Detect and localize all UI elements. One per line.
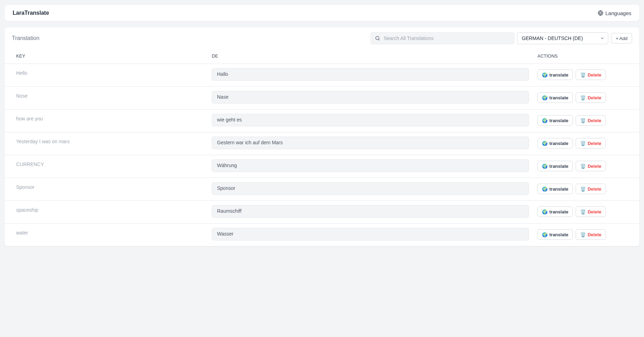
- cell-key: Nose: [5, 91, 212, 99]
- trash-emoji-icon: 🗑️: [580, 164, 586, 168]
- table-row: CURRENCYWährung🌍translate🗑️Delete: [5, 155, 639, 178]
- translate-button[interactable]: 🌍translate: [537, 138, 573, 148]
- cell-actions: 🌍translate🗑️Delete: [537, 159, 639, 171]
- cell-key: Hello: [5, 68, 212, 76]
- cell-actions: 🌍translate🗑️Delete: [537, 182, 639, 194]
- header-controls: GERMAN - DEUTSCH (DE) + Add: [371, 32, 632, 44]
- brand-title: LaraTranslate: [13, 10, 49, 16]
- cell-de: Hallo: [212, 68, 537, 81]
- translation-input[interactable]: wie geht es: [212, 114, 529, 126]
- language-select[interactable]: GERMAN - DEUTSCH (DE): [517, 32, 608, 44]
- cell-de: wie geht es: [212, 114, 537, 126]
- translate-button[interactable]: 🌍translate: [537, 92, 573, 103]
- cell-key: Sponsor: [5, 182, 212, 190]
- cell-actions: 🌍translate🗑️Delete: [537, 91, 639, 103]
- delete-button[interactable]: 🗑️Delete: [576, 229, 606, 240]
- translate-button-label: translate: [549, 118, 568, 123]
- trash-emoji-icon: 🗑️: [580, 210, 586, 214]
- translate-button-label: translate: [549, 164, 568, 169]
- cell-key: water: [5, 228, 212, 236]
- languages-nav-label: Languages: [605, 10, 631, 16]
- cell-key: how are you: [5, 114, 212, 121]
- search-input[interactable]: [371, 32, 514, 44]
- globe-emoji-icon: 🌍: [542, 118, 548, 123]
- translate-button[interactable]: 🌍translate: [537, 206, 573, 217]
- globe-emoji-icon: 🌍: [542, 73, 548, 77]
- delete-button-label: Delete: [588, 164, 601, 169]
- svg-line-3: [379, 39, 380, 40]
- cell-de: Währung: [212, 159, 537, 172]
- translate-button-label: translate: [549, 209, 568, 214]
- translation-input[interactable]: Währung: [212, 159, 529, 172]
- cell-key: CURRENCY: [5, 159, 212, 167]
- translation-input[interactable]: Wasser: [212, 228, 529, 240]
- translation-input[interactable]: Hallo: [212, 68, 529, 81]
- cell-de: Nase: [212, 91, 537, 104]
- delete-button[interactable]: 🗑️Delete: [576, 161, 606, 171]
- delete-button-label: Delete: [588, 95, 601, 100]
- delete-button[interactable]: 🗑️Delete: [576, 138, 606, 148]
- translate-button-label: translate: [549, 95, 568, 100]
- trash-emoji-icon: 🗑️: [580, 73, 586, 77]
- languages-nav-link[interactable]: Languages: [598, 10, 631, 16]
- translate-button-label: translate: [549, 72, 568, 78]
- cell-actions: 🌍translate🗑️Delete: [537, 137, 639, 148]
- globe-icon: [598, 10, 603, 16]
- card-title: Translation: [12, 35, 40, 41]
- cell-key: Yesterday I was on mars: [5, 137, 212, 144]
- trash-emoji-icon: 🗑️: [580, 118, 586, 123]
- trash-emoji-icon: 🗑️: [580, 141, 586, 146]
- cell-actions: 🌍translate🗑️Delete: [537, 205, 639, 217]
- delete-button[interactable]: 🗑️Delete: [576, 92, 606, 103]
- delete-button[interactable]: 🗑️Delete: [576, 115, 606, 126]
- search-icon: [375, 35, 380, 41]
- cell-de: Wasser: [212, 228, 537, 240]
- chevron-down-icon: [600, 36, 604, 40]
- translation-input[interactable]: Gestern war ich auf dem Mars: [212, 137, 529, 149]
- table-row: how are youwie geht es🌍translate🗑️Delete: [5, 110, 639, 132]
- add-button[interactable]: + Add: [611, 33, 632, 44]
- translate-button-label: translate: [549, 232, 568, 237]
- delete-button-label: Delete: [588, 141, 601, 146]
- cell-de: Gestern war ich auf dem Mars: [212, 137, 537, 149]
- search-wrapper: [371, 32, 514, 44]
- table-row: NoseNase🌍translate🗑️Delete: [5, 87, 639, 110]
- globe-emoji-icon: 🌍: [542, 232, 548, 237]
- globe-emoji-icon: 🌍: [542, 210, 548, 214]
- translate-button-label: translate: [549, 186, 568, 192]
- globe-emoji-icon: 🌍: [542, 164, 548, 168]
- table-row: spaceshipRaumschiff🌍translate🗑️Delete: [5, 201, 639, 224]
- cell-key: spaceship: [5, 205, 212, 213]
- trash-emoji-icon: 🗑️: [580, 232, 586, 237]
- delete-button-label: Delete: [588, 186, 601, 192]
- column-header-key: KEY: [5, 53, 212, 59]
- translation-input[interactable]: Sponsor: [212, 182, 529, 195]
- delete-button[interactable]: 🗑️Delete: [576, 184, 606, 194]
- globe-emoji-icon: 🌍: [542, 141, 548, 146]
- cell-actions: 🌍translate🗑️Delete: [537, 228, 639, 240]
- language-select-value: GERMAN - DEUTSCH (DE): [522, 35, 583, 41]
- translation-card: Translation GERMAN - DEUTSCH (DE) + Add …: [5, 27, 639, 246]
- delete-button-label: Delete: [588, 118, 601, 123]
- translate-button-label: translate: [549, 141, 568, 146]
- trash-emoji-icon: 🗑️: [580, 187, 586, 191]
- table-row: Yesterday I was on marsGestern war ich a…: [5, 132, 639, 155]
- column-header-actions: ACTIONS: [537, 53, 639, 59]
- cell-actions: 🌍translate🗑️Delete: [537, 114, 639, 126]
- delete-button-label: Delete: [588, 209, 601, 214]
- translate-button[interactable]: 🌍translate: [537, 161, 573, 171]
- delete-button[interactable]: 🗑️Delete: [576, 70, 606, 80]
- table-header-row: KEY DE ACTIONS: [5, 48, 639, 64]
- translation-input[interactable]: Raumschiff: [212, 205, 529, 218]
- table-body: HelloHallo🌍translate🗑️DeleteNoseNase🌍tra…: [5, 64, 639, 246]
- table-row: waterWasser🌍translate🗑️Delete: [5, 224, 639, 246]
- translate-button[interactable]: 🌍translate: [537, 115, 573, 126]
- cell-de: Sponsor: [212, 182, 537, 195]
- translate-button[interactable]: 🌍translate: [537, 229, 573, 240]
- translate-button[interactable]: 🌍translate: [537, 184, 573, 194]
- translation-input[interactable]: Nase: [212, 91, 529, 104]
- translate-button[interactable]: 🌍translate: [537, 70, 573, 80]
- svg-point-2: [376, 37, 379, 40]
- delete-button[interactable]: 🗑️Delete: [576, 206, 606, 217]
- globe-emoji-icon: 🌍: [542, 187, 548, 191]
